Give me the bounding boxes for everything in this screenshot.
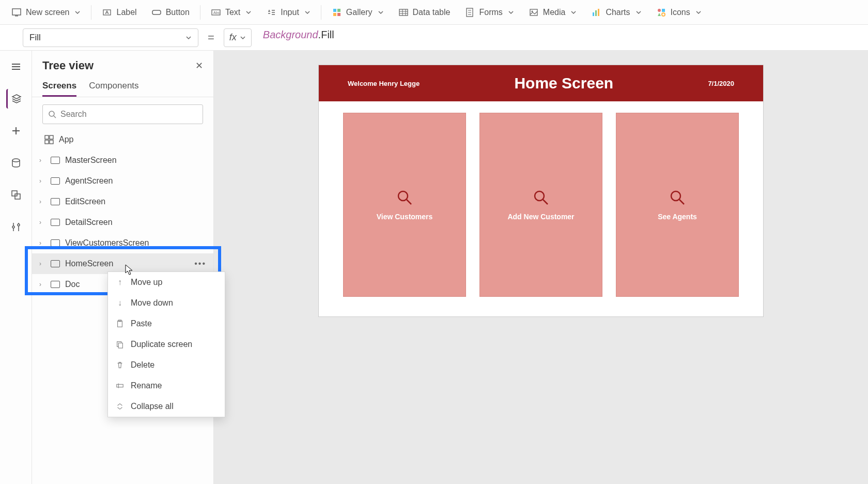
input-btn-label: Input: [281, 8, 299, 17]
ctx-label: Duplicate screen: [131, 340, 192, 349]
search-field[interactable]: [60, 110, 197, 119]
media-icon: [529, 7, 539, 18]
tree-item-label: MasterScreen: [65, 156, 117, 165]
label-icon: [102, 7, 112, 18]
tree-item-app[interactable]: App: [32, 129, 213, 150]
ctx-rename[interactable]: Rename: [108, 375, 225, 396]
magnify-icon: [532, 189, 550, 206]
svg-rect-27: [45, 140, 49, 144]
insert-icon[interactable]: [6, 121, 26, 141]
svg-point-24: [49, 111, 54, 116]
delete-icon: [115, 360, 125, 370]
svg-point-18: [658, 9, 661, 12]
card-add-customer[interactable]: Add New Customer: [479, 113, 602, 297]
text-button[interactable]: Abc Text: [205, 4, 258, 21]
close-icon[interactable]: ✕: [195, 60, 203, 71]
tools-icon[interactable]: [6, 217, 26, 237]
screen-icon: [11, 7, 22, 18]
duplicate-icon: [115, 340, 125, 349]
tree-item-editscreen[interactable]: ›EditScreen: [32, 191, 213, 212]
button-icon: [151, 7, 162, 18]
ctx-duplicate[interactable]: Duplicate screen: [108, 334, 225, 355]
tree-item-label: AgentScreen: [65, 176, 113, 186]
tree-item-label: HomeScreen: [65, 259, 113, 268]
arrow-up-icon: ↑: [115, 278, 125, 287]
ctx-delete[interactable]: Delete: [108, 355, 225, 375]
svg-rect-28: [50, 140, 53, 144]
svg-rect-25: [45, 135, 49, 139]
chevron-down-icon: [74, 9, 81, 16]
gallery-button[interactable]: Gallery: [326, 4, 390, 21]
tab-screens[interactable]: Screens: [42, 77, 76, 97]
ctx-paste[interactable]: Paste: [108, 313, 225, 334]
label-button[interactable]: Label: [96, 4, 143, 21]
screen-preview[interactable]: Welcome Henry Legge Home Screen 7/1/2020…: [319, 65, 763, 316]
card-label: Add New Customer: [507, 213, 574, 221]
tree-panel: Tree view ✕ Screens Components App ›Mast…: [32, 51, 214, 484]
icons-button[interactable]: Icons: [650, 4, 708, 21]
chevron-down-icon: [240, 35, 246, 41]
formula-identifier: Background: [263, 29, 318, 40]
canvas[interactable]: Welcome Henry Legge Home Screen 7/1/2020…: [214, 51, 868, 484]
screen-title: Home Screen: [514, 74, 613, 92]
svg-rect-17: [598, 9, 599, 16]
data-table-button[interactable]: Data table: [392, 4, 457, 21]
data-icon[interactable]: [6, 153, 26, 173]
tree-item-viewcustomersscreen[interactable]: ›ViewCustomersScreen: [32, 233, 213, 253]
svg-rect-22: [12, 191, 17, 196]
formula-input[interactable]: Background.Fill: [259, 28, 862, 47]
separator: [321, 5, 321, 20]
collapse-icon: [115, 402, 125, 411]
property-name: Fill: [29, 33, 41, 43]
ctx-collapse[interactable]: Collapse all: [108, 396, 225, 417]
label-btn-label: Label: [116, 8, 136, 17]
svg-rect-23: [15, 194, 20, 199]
button-button[interactable]: Button: [145, 4, 196, 21]
hamburger-icon[interactable]: [6, 57, 26, 77]
search-input[interactable]: [42, 104, 203, 124]
svg-rect-1: [15, 16, 18, 17]
tree-item-label: DetailScreen: [65, 218, 113, 227]
card-view-customers[interactable]: View Customers: [343, 113, 466, 297]
separator: [91, 5, 91, 20]
chevron-down-icon: [508, 9, 514, 16]
tree-item-label: Doc: [65, 280, 80, 289]
input-button[interactable]: Input: [260, 4, 317, 21]
ctx-label: Move up: [131, 278, 162, 287]
tab-components[interactable]: Components: [89, 77, 138, 97]
media-button[interactable]: Media: [522, 4, 583, 21]
tree-item-label: ViewCustomersScreen: [65, 238, 149, 248]
fx-button[interactable]: fx: [224, 28, 252, 47]
tree-item-homescreen[interactable]: ›HomeScreen•••: [32, 253, 213, 274]
ctx-label: Collapse all: [131, 402, 174, 411]
tree-item-detailscreen[interactable]: ›DetailScreen: [32, 212, 213, 233]
new-screen-button[interactable]: New screen: [5, 4, 87, 21]
media-btn-label: Media: [543, 8, 566, 17]
tree-item-masterscreen[interactable]: ›MasterScreen: [32, 150, 213, 171]
left-rail: [0, 51, 32, 484]
charts-button[interactable]: Charts: [585, 4, 647, 21]
card-label: See Agents: [658, 213, 697, 221]
svg-rect-9: [333, 13, 336, 16]
svg-point-34: [398, 191, 408, 201]
ctx-move-down[interactable]: ↓Move down: [108, 293, 225, 313]
card-see-agents[interactable]: See Agents: [616, 113, 739, 297]
svg-point-36: [671, 191, 680, 201]
svg-point-21: [12, 159, 20, 162]
media-rail-icon[interactable]: [6, 185, 26, 205]
datatable-btn-label: Data table: [413, 8, 451, 17]
tree-view-icon[interactable]: [6, 89, 26, 109]
ctx-move-up[interactable]: ↑Move up: [108, 272, 225, 293]
insert-toolbar: New screen Label Button Abc Text Input G…: [0, 0, 868, 25]
chevron-down-icon: [570, 9, 577, 16]
forms-button[interactable]: Forms: [458, 4, 520, 21]
more-icon[interactable]: •••: [194, 259, 206, 268]
icons-btn-label: Icons: [671, 8, 690, 17]
magnify-icon: [669, 189, 686, 206]
tree-item-agentscreen[interactable]: ›AgentScreen: [32, 171, 213, 191]
screen-header: Welcome Henry Legge Home Screen 7/1/2020: [319, 65, 763, 101]
welcome-text: Welcome Henry Legge: [348, 80, 420, 87]
svg-point-6: [269, 10, 270, 11]
svg-rect-29: [118, 321, 122, 327]
property-selector[interactable]: Fill: [23, 28, 198, 47]
